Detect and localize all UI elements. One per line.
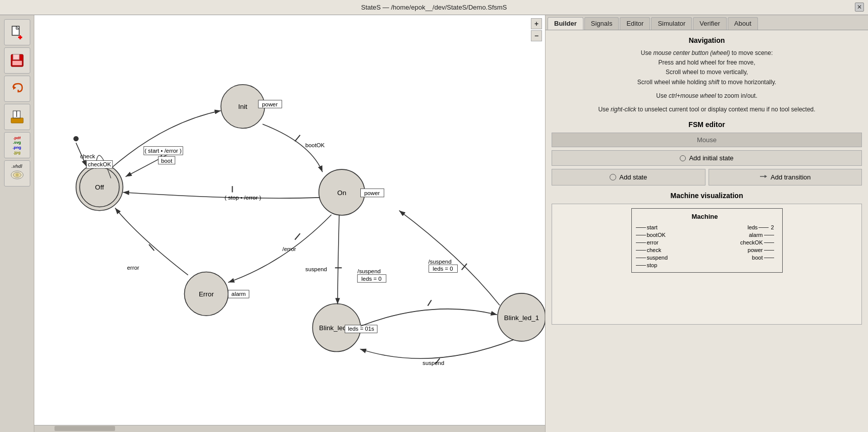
add-initial-state-button[interactable]: Add initial state [552, 150, 862, 166]
signal-stop: stop [636, 262, 668, 268]
panel-content: Navigation Use mouse center button (whee… [546, 30, 868, 432]
signal-bootok: bootOK [636, 232, 668, 238]
tab-about[interactable]: About [728, 17, 758, 30]
vhdl-tool[interactable]: .vhdl [4, 160, 30, 187]
pdf-svg-png-jpg-tool[interactable]: .pdf .svg .png .jpg [4, 132, 30, 158]
signal-check: check [636, 247, 668, 253]
signal-line-alarm [764, 235, 774, 235]
svg-line-44 [295, 233, 300, 239]
close-button[interactable]: ✕ [855, 3, 864, 12]
input-signals: start bootOK error [636, 224, 668, 268]
signal-line-checkok [764, 242, 774, 243]
signal-checkok: checkOK [740, 239, 774, 245]
undo-tool[interactable] [4, 76, 30, 102]
signal-label-bootok: bootOK [647, 232, 666, 238]
signal-power: power [748, 247, 774, 253]
svg-rect-8 [11, 118, 23, 123]
main-layout: .pdf .svg .png .jpg .vhdl [0, 15, 868, 432]
svg-rect-0 [12, 26, 19, 35]
svg-text:On: On [337, 189, 346, 197]
signal-line-stop [636, 265, 646, 266]
zoom-out-button[interactable]: − [531, 30, 542, 41]
signal-alarm: alarm [749, 232, 774, 238]
svg-text:/suspend: /suspend [357, 268, 381, 274]
tab-bar: Builder Signals Editor Simulator Verifie… [546, 15, 868, 30]
tab-builder[interactable]: Builder [548, 17, 583, 30]
svg-text:power: power [262, 101, 278, 107]
navigation-title: Navigation [552, 36, 862, 44]
add-state-circle-icon [610, 174, 616, 180]
svg-text:leds = 0: leds = 0 [361, 276, 382, 282]
export-tool[interactable] [4, 104, 30, 130]
new-file-tool[interactable] [4, 19, 30, 45]
signal-label-check: check [647, 247, 662, 253]
add-transition-arrow-icon [760, 173, 768, 181]
zoom-in-button[interactable]: + [531, 18, 542, 29]
tab-editor[interactable]: Editor [620, 17, 650, 30]
signal-label-checkok: checkOK [740, 239, 763, 245]
initial-state-circle-icon [680, 155, 686, 161]
signal-line-bootok [636, 235, 646, 235]
svg-marker-7 [13, 86, 16, 90]
svg-point-69 [73, 136, 78, 141]
canvas-scrollbar[interactable] [34, 425, 545, 432]
signal-start: start [636, 224, 668, 230]
svg-text:Error: Error [199, 290, 214, 298]
machine-visualization-section: Machine visualization Machine start [552, 192, 862, 325]
tab-simulator[interactable]: Simulator [651, 17, 692, 30]
signal-label-power: power [748, 247, 763, 253]
fsm-diagram: Off Init On Error Blink_led_0 Blink_led_… [34, 15, 545, 432]
window-title: StateS — /home/epok__/dev/StateS/Demo.Sf… [361, 4, 507, 11]
signal-label-error: error [647, 239, 659, 245]
signal-line-check [636, 250, 646, 251]
svg-text:( stop • /error ): ( stop • /error ) [225, 195, 261, 201]
signal-error: error [636, 239, 668, 245]
svg-text:checkOK: checkOK [88, 161, 111, 167]
svg-text:Off: Off [95, 183, 104, 191]
svg-text:Blink_led_1: Blink_led_1 [504, 314, 539, 322]
mouse-button[interactable]: Mouse [552, 133, 862, 147]
machine-signals: start bootOK error [636, 224, 774, 268]
signal-num-leds: 2 [771, 224, 774, 230]
signal-label-start: start [647, 224, 658, 230]
svg-text:( start • /error ): ( start • /error ) [144, 148, 182, 154]
signal-label-leds: leds [747, 224, 757, 230]
tab-signals[interactable]: Signals [584, 17, 619, 30]
svg-text:alarm: alarm [232, 291, 246, 297]
svg-text:Init: Init [238, 103, 247, 110]
svg-text:suspend: suspend [305, 267, 327, 273]
right-panel: Builder Signals Editor Simulator Verifie… [545, 15, 868, 432]
svg-text:leds = 01s: leds = 01s [348, 326, 374, 332]
signal-line-suspend [636, 258, 646, 258]
machine-box: Machine start bootOK [631, 208, 783, 273]
add-state-button[interactable]: Add state [552, 169, 706, 186]
add-transition-label: Add transition [771, 173, 811, 181]
canvas-area[interactable]: Off Init On Error Blink_led_0 Blink_led_… [34, 15, 545, 432]
state-transition-row: Add state Add transition [552, 169, 862, 186]
fsm-editor-title: FSM editor [552, 120, 862, 129]
add-initial-state-label: Add initial state [689, 154, 733, 162]
fsm-editor-section: FSM editor Mouse Add initial state Add s… [552, 120, 862, 186]
machine-vis-container: Machine start bootOK [552, 204, 862, 325]
signal-label-suspend: suspend [647, 255, 668, 261]
svg-text:power: power [364, 190, 380, 196]
svg-text:leds = 0: leds = 0 [433, 266, 453, 272]
signal-label-boot: boot [752, 255, 763, 261]
add-transition-button[interactable]: Add transition [709, 169, 862, 186]
signal-line-start [636, 227, 646, 228]
navigation-rightclick-text: Use right-click to unselect current tool… [552, 105, 862, 114]
svg-rect-6 [12, 60, 22, 66]
svg-line-35 [295, 135, 300, 141]
signal-line-leds [758, 227, 769, 228]
signal-line-error [636, 242, 646, 243]
output-signals: leds 2 alarm checkOK [740, 224, 774, 268]
navigation-text: Use mouse center button (wheel) to move … [552, 48, 862, 87]
signal-leds: leds 2 [747, 224, 774, 230]
svg-text:boot: boot [161, 158, 173, 164]
title-bar: StateS — /home/epok__/dev/StateS/Demo.Sf… [0, 0, 868, 15]
svg-line-57 [428, 300, 431, 305]
tab-verifier[interactable]: Verifier [693, 17, 726, 30]
left-toolbar: .pdf .svg .png .jpg .vhdl [0, 15, 34, 432]
machine-box-title: Machine [636, 213, 774, 220]
save-tool[interactable] [4, 47, 30, 74]
